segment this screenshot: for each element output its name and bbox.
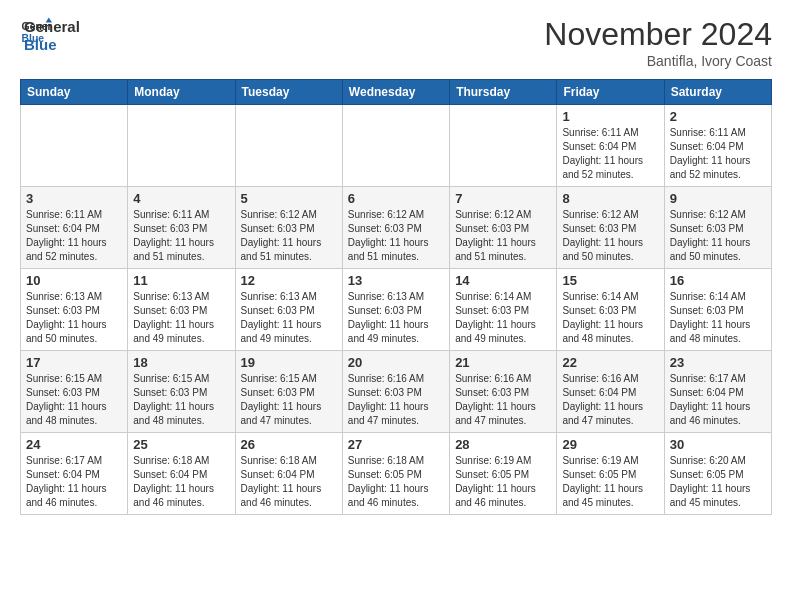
day-number: 29 — [562, 437, 658, 452]
week-row-3: 10Sunrise: 6:13 AM Sunset: 6:03 PM Dayli… — [21, 269, 772, 351]
calendar-cell: 8Sunrise: 6:12 AM Sunset: 6:03 PM Daylig… — [557, 187, 664, 269]
day-info: Sunrise: 6:16 AM Sunset: 6:03 PM Dayligh… — [348, 372, 444, 428]
day-number: 13 — [348, 273, 444, 288]
calendar-cell: 12Sunrise: 6:13 AM Sunset: 6:03 PM Dayli… — [235, 269, 342, 351]
day-info: Sunrise: 6:15 AM Sunset: 6:03 PM Dayligh… — [241, 372, 337, 428]
day-info: Sunrise: 6:12 AM Sunset: 6:03 PM Dayligh… — [348, 208, 444, 264]
logo-text-block: General Blue — [24, 18, 80, 54]
day-number: 15 — [562, 273, 658, 288]
calendar-cell: 27Sunrise: 6:18 AM Sunset: 6:05 PM Dayli… — [342, 433, 449, 515]
calendar-cell: 28Sunrise: 6:19 AM Sunset: 6:05 PM Dayli… — [450, 433, 557, 515]
day-info: Sunrise: 6:19 AM Sunset: 6:05 PM Dayligh… — [562, 454, 658, 510]
calendar-cell: 21Sunrise: 6:16 AM Sunset: 6:03 PM Dayli… — [450, 351, 557, 433]
day-info: Sunrise: 6:16 AM Sunset: 6:04 PM Dayligh… — [562, 372, 658, 428]
day-number: 20 — [348, 355, 444, 370]
calendar-cell: 3Sunrise: 6:11 AM Sunset: 6:04 PM Daylig… — [21, 187, 128, 269]
day-info: Sunrise: 6:13 AM Sunset: 6:03 PM Dayligh… — [133, 290, 229, 346]
week-row-1: 1Sunrise: 6:11 AM Sunset: 6:04 PM Daylig… — [21, 105, 772, 187]
weekday-header-saturday: Saturday — [664, 80, 771, 105]
calendar-cell: 25Sunrise: 6:18 AM Sunset: 6:04 PM Dayli… — [128, 433, 235, 515]
day-number: 9 — [670, 191, 766, 206]
day-number: 28 — [455, 437, 551, 452]
calendar-cell: 30Sunrise: 6:20 AM Sunset: 6:05 PM Dayli… — [664, 433, 771, 515]
calendar-cell: 14Sunrise: 6:14 AM Sunset: 6:03 PM Dayli… — [450, 269, 557, 351]
day-info: Sunrise: 6:12 AM Sunset: 6:03 PM Dayligh… — [670, 208, 766, 264]
week-row-5: 24Sunrise: 6:17 AM Sunset: 6:04 PM Dayli… — [21, 433, 772, 515]
calendar-cell: 4Sunrise: 6:11 AM Sunset: 6:03 PM Daylig… — [128, 187, 235, 269]
weekday-header-monday: Monday — [128, 80, 235, 105]
calendar-cell — [450, 105, 557, 187]
day-info: Sunrise: 6:13 AM Sunset: 6:03 PM Dayligh… — [348, 290, 444, 346]
weekday-header-wednesday: Wednesday — [342, 80, 449, 105]
title-block: November 2024 Bantifla, Ivory Coast — [544, 16, 772, 69]
day-number: 17 — [26, 355, 122, 370]
weekday-header-friday: Friday — [557, 80, 664, 105]
day-info: Sunrise: 6:14 AM Sunset: 6:03 PM Dayligh… — [455, 290, 551, 346]
calendar-cell: 6Sunrise: 6:12 AM Sunset: 6:03 PM Daylig… — [342, 187, 449, 269]
day-info: Sunrise: 6:14 AM Sunset: 6:03 PM Dayligh… — [562, 290, 658, 346]
page-header: General Blue General Blue November 2024 … — [20, 16, 772, 69]
weekday-header-row: SundayMondayTuesdayWednesdayThursdayFrid… — [21, 80, 772, 105]
calendar-cell: 24Sunrise: 6:17 AM Sunset: 6:04 PM Dayli… — [21, 433, 128, 515]
day-info: Sunrise: 6:12 AM Sunset: 6:03 PM Dayligh… — [455, 208, 551, 264]
day-number: 21 — [455, 355, 551, 370]
calendar-table: SundayMondayTuesdayWednesdayThursdayFrid… — [20, 79, 772, 515]
calendar-cell: 1Sunrise: 6:11 AM Sunset: 6:04 PM Daylig… — [557, 105, 664, 187]
week-row-2: 3Sunrise: 6:11 AM Sunset: 6:04 PM Daylig… — [21, 187, 772, 269]
day-number: 12 — [241, 273, 337, 288]
day-number: 18 — [133, 355, 229, 370]
weekday-header-sunday: Sunday — [21, 80, 128, 105]
day-info: Sunrise: 6:11 AM Sunset: 6:04 PM Dayligh… — [670, 126, 766, 182]
day-number: 23 — [670, 355, 766, 370]
day-number: 16 — [670, 273, 766, 288]
day-info: Sunrise: 6:11 AM Sunset: 6:03 PM Dayligh… — [133, 208, 229, 264]
calendar-cell: 23Sunrise: 6:17 AM Sunset: 6:04 PM Dayli… — [664, 351, 771, 433]
calendar-cell — [235, 105, 342, 187]
day-info: Sunrise: 6:11 AM Sunset: 6:04 PM Dayligh… — [562, 126, 658, 182]
calendar-cell: 2Sunrise: 6:11 AM Sunset: 6:04 PM Daylig… — [664, 105, 771, 187]
day-info: Sunrise: 6:17 AM Sunset: 6:04 PM Dayligh… — [670, 372, 766, 428]
day-info: Sunrise: 6:13 AM Sunset: 6:03 PM Dayligh… — [26, 290, 122, 346]
calendar-cell: 5Sunrise: 6:12 AM Sunset: 6:03 PM Daylig… — [235, 187, 342, 269]
day-info: Sunrise: 6:19 AM Sunset: 6:05 PM Dayligh… — [455, 454, 551, 510]
day-number: 19 — [241, 355, 337, 370]
day-number: 2 — [670, 109, 766, 124]
day-number: 14 — [455, 273, 551, 288]
calendar-cell — [21, 105, 128, 187]
day-number: 4 — [133, 191, 229, 206]
day-info: Sunrise: 6:12 AM Sunset: 6:03 PM Dayligh… — [562, 208, 658, 264]
calendar-cell — [342, 105, 449, 187]
day-number: 30 — [670, 437, 766, 452]
day-number: 26 — [241, 437, 337, 452]
day-number: 22 — [562, 355, 658, 370]
calendar-cell: 17Sunrise: 6:15 AM Sunset: 6:03 PM Dayli… — [21, 351, 128, 433]
calendar-cell: 18Sunrise: 6:15 AM Sunset: 6:03 PM Dayli… — [128, 351, 235, 433]
calendar-cell — [128, 105, 235, 187]
day-number: 7 — [455, 191, 551, 206]
day-info: Sunrise: 6:15 AM Sunset: 6:03 PM Dayligh… — [133, 372, 229, 428]
calendar-cell: 9Sunrise: 6:12 AM Sunset: 6:03 PM Daylig… — [664, 187, 771, 269]
day-info: Sunrise: 6:14 AM Sunset: 6:03 PM Dayligh… — [670, 290, 766, 346]
day-number: 6 — [348, 191, 444, 206]
calendar-cell: 22Sunrise: 6:16 AM Sunset: 6:04 PM Dayli… — [557, 351, 664, 433]
day-info: Sunrise: 6:18 AM Sunset: 6:04 PM Dayligh… — [241, 454, 337, 510]
day-number: 5 — [241, 191, 337, 206]
weekday-header-tuesday: Tuesday — [235, 80, 342, 105]
day-number: 25 — [133, 437, 229, 452]
calendar-cell: 7Sunrise: 6:12 AM Sunset: 6:03 PM Daylig… — [450, 187, 557, 269]
weekday-header-thursday: Thursday — [450, 80, 557, 105]
location-subtitle: Bantifla, Ivory Coast — [544, 53, 772, 69]
calendar-cell: 15Sunrise: 6:14 AM Sunset: 6:03 PM Dayli… — [557, 269, 664, 351]
day-info: Sunrise: 6:17 AM Sunset: 6:04 PM Dayligh… — [26, 454, 122, 510]
calendar-cell: 19Sunrise: 6:15 AM Sunset: 6:03 PM Dayli… — [235, 351, 342, 433]
day-number: 8 — [562, 191, 658, 206]
logo-blue-text: Blue — [24, 36, 80, 54]
day-number: 10 — [26, 273, 122, 288]
week-row-4: 17Sunrise: 6:15 AM Sunset: 6:03 PM Dayli… — [21, 351, 772, 433]
calendar-cell: 16Sunrise: 6:14 AM Sunset: 6:03 PM Dayli… — [664, 269, 771, 351]
day-number: 11 — [133, 273, 229, 288]
day-number: 24 — [26, 437, 122, 452]
calendar-cell: 20Sunrise: 6:16 AM Sunset: 6:03 PM Dayli… — [342, 351, 449, 433]
day-info: Sunrise: 6:18 AM Sunset: 6:04 PM Dayligh… — [133, 454, 229, 510]
day-info: Sunrise: 6:13 AM Sunset: 6:03 PM Dayligh… — [241, 290, 337, 346]
